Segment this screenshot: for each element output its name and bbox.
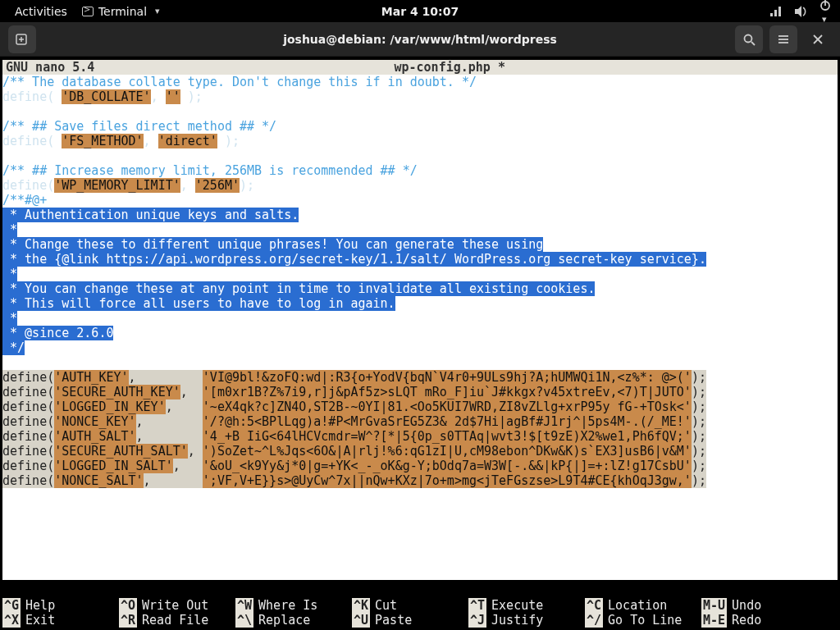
nano-editor[interactable]: GNU nano 5.4 wp-config.php * /** The dat… (2, 60, 838, 580)
gnome-top-panel: Activities Terminal Mar 4 10:07 (0, 0, 840, 22)
svg-line-10 (751, 42, 755, 45)
new-tab-button[interactable] (8, 25, 36, 53)
window-titlebar: joshua@debian: /var/www/html/wordpress (0, 22, 840, 57)
nano-app-name: GNU nano 5.4 (2, 60, 94, 75)
svg-rect-0 (770, 13, 773, 16)
window-title: joshua@debian: /var/www/html/wordpress (283, 33, 557, 46)
app-menu-label: Terminal (98, 5, 147, 18)
app-menu[interactable]: Terminal (75, 2, 167, 21)
panel-clock[interactable]: Mar 4 10:07 (381, 5, 459, 18)
svg-rect-2 (778, 7, 781, 16)
terminal-icon (82, 7, 94, 16)
svg-rect-1 (774, 10, 777, 16)
terminal-surface[interactable]: GNU nano 5.4 wp-config.php * /** The dat… (0, 57, 840, 630)
activities-button[interactable]: Activities (7, 2, 75, 21)
svg-marker-3 (795, 6, 801, 17)
code-docblock: * Authentication unique keys and salts. … (2, 208, 838, 488)
svg-point-9 (745, 34, 752, 42)
close-window-button[interactable] (804, 25, 832, 53)
volume-icon[interactable] (794, 5, 807, 18)
code-body: /** The database collate type. Don't cha… (2, 75, 838, 208)
nano-help-bar: ^GHelp ^OWrite Out ^WWhere Is ^KCut ^TEx… (2, 598, 838, 628)
power-icon[interactable] (819, 0, 832, 25)
nano-titlebar: GNU nano 5.4 wp-config.php * (2, 60, 838, 75)
nano-filename: wp-config.php * (94, 60, 805, 75)
nano-help-row-1: ^GHelp ^OWrite Out ^WWhere Is ^KCut ^TEx… (2, 598, 838, 613)
nano-help-row-2: ^XExit ^RRead File ^\Replace ^UPaste ^JJ… (2, 613, 838, 628)
search-button[interactable] (735, 25, 763, 53)
hamburger-menu-button[interactable] (769, 25, 797, 53)
network-icon[interactable] (769, 5, 783, 18)
